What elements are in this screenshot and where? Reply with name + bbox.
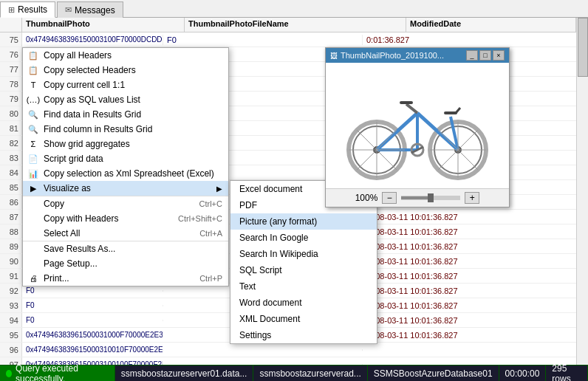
- menu-item[interactable]: TCopy current cell 1:1: [23, 78, 228, 92]
- scrollbar-thumb[interactable]: [578, 18, 588, 77]
- status-server2-text: ssmsboostazurserverad...: [259, 368, 360, 379]
- col-header-filename: ThumbnailPhotoFileName: [185, 18, 406, 32]
- table-row[interactable]: 96 0x4749463839615000310010F70000E2E3E4E…: [0, 343, 588, 357]
- menu-item-label: Copy as SQL values List: [44, 95, 140, 105]
- status-database: SSMSBoostAzureDatabase01: [368, 365, 499, 381]
- svg-line-21: [357, 130, 377, 150]
- scrollbar[interactable]: [576, 18, 588, 365]
- status-message: Query executed successfully.: [0, 365, 115, 381]
- submenu-item[interactable]: XML Document: [230, 311, 377, 327]
- menu-shortcut: Ctrl+A: [199, 229, 222, 238]
- cell-thumb: 0x474946383961500031000F70000E2E3E4EE62C…: [22, 330, 163, 340]
- row-number: 82: [0, 136, 22, 150]
- menu-item[interactable]: Save Results As...: [23, 241, 228, 256]
- row-number: 76: [0, 47, 22, 61]
- status-server1: ssmsboostazureserver01.data...: [115, 365, 254, 381]
- menu-item[interactable]: 🖨Print...Ctrl+P: [23, 271, 228, 286]
- row-number: 97: [0, 357, 22, 365]
- status-bar: Query executed successfully. ssmsboostaz…: [0, 365, 588, 381]
- tab-messages[interactable]: ✉ Messages: [57, 1, 123, 18]
- menu-item[interactable]: 📊Copy selection as Xml Spreadsheet (Exce…: [23, 166, 228, 181]
- menu-item[interactable]: Page Setup...: [23, 256, 228, 271]
- popup-minimize-btn[interactable]: _: [466, 50, 478, 61]
- menu-item-label: Print...: [44, 273, 69, 284]
- menu-item-label: Copy selection as Xml Spreadsheet (Excel…: [44, 168, 214, 179]
- menu-item[interactable]: 🔍Find data in Results Grid: [23, 107, 228, 122]
- menu-icon: (…): [27, 93, 40, 106]
- results-icon: ⊞: [8, 5, 15, 15]
- zoom-out-btn[interactable]: −: [382, 192, 397, 204]
- messages-icon: ✉: [65, 5, 72, 15]
- submenu-item[interactable]: Search In Wikipedia: [230, 246, 377, 262]
- menu-item-label: Find column in Results Grid: [44, 124, 152, 134]
- status-server2: ssmsboostazurserverad...: [253, 365, 367, 381]
- menu-shortcut: Ctrl+P: [199, 274, 222, 283]
- tab-messages-label: Messages: [75, 5, 115, 16]
- cell-thumb: F0: [22, 315, 163, 325]
- svg-line-24: [377, 130, 397, 150]
- popup-restore-btn[interactable]: □: [479, 50, 491, 61]
- table-row[interactable]: 97 0x47494638396150003100100F70000F2F3A4…: [0, 357, 588, 365]
- menu-item-label: Copy all Headers: [44, 50, 112, 61]
- col-header-thumb: ThumbnailPhoto: [22, 18, 185, 32]
- row-number: 75: [0, 32, 22, 47]
- menu-item[interactable]: CopyCtrl+C: [23, 196, 228, 211]
- row-number: 84: [0, 165, 22, 179]
- cell-date: 0:01:36.827: [362, 35, 588, 45]
- menu-item-label: Show grid aggregates: [44, 139, 130, 149]
- zoom-in-btn[interactable]: +: [465, 192, 479, 204]
- menu-shortcut: Ctrl+C: [199, 199, 222, 208]
- menu-item[interactable]: 📄Script grid data: [23, 151, 228, 166]
- submenu-item[interactable]: Word document: [230, 295, 377, 311]
- menu-icon: 🖨: [27, 272, 40, 285]
- row-number: 81: [0, 121, 22, 135]
- popup-img-area: [326, 63, 509, 188]
- menu-item[interactable]: 🔍Find column in Results Grid: [23, 122, 228, 137]
- submenu-item[interactable]: Text: [230, 278, 377, 295]
- menu-item-label: Visualize as: [44, 183, 91, 193]
- submenu-item[interactable]: Picture (any format): [230, 213, 377, 230]
- menu-item-label: Copy: [44, 199, 64, 209]
- menu-item[interactable]: Select AllCtrl+A: [23, 226, 228, 241]
- submenu-item[interactable]: SQL Script: [230, 262, 377, 278]
- cell-date: 2008-03-11 10:01:36.827: [362, 256, 588, 267]
- menu-item-label: Page Setup...: [44, 258, 98, 269]
- row-number: 94: [0, 313, 22, 327]
- row-number: 92: [0, 284, 22, 298]
- menu-item[interactable]: ΣShow grid aggregates: [23, 137, 228, 151]
- row-number: 88: [0, 224, 22, 238]
- cell-filename: [163, 364, 362, 365]
- menu-item-label: Find data in Results Grid: [44, 109, 141, 120]
- menu-item[interactable]: 📋Copy all Headers: [23, 48, 228, 63]
- menu-item[interactable]: ▶Visualize as▶Excel documentPDFPicture (…: [23, 181, 228, 196]
- table-row[interactable]: 75 0x47494638396150003100F70000DCDDE1B9C…: [0, 32, 588, 47]
- status-time-text: 00:00:00: [505, 368, 540, 379]
- row-number: 83: [0, 151, 22, 165]
- menu-item[interactable]: (…)Copy as SQL values List: [23, 92, 228, 107]
- popup-close-btn[interactable]: ×: [493, 50, 505, 61]
- menu-item[interactable]: 📋Copy selected Headers: [23, 63, 228, 78]
- popup-titlebar: 🖼 ThumbNailPhoto_2019100... _ □ ×: [326, 48, 509, 63]
- cell-thumb: 0x4749463839615000310010F70000E2E3E4EEE6…: [22, 345, 163, 354]
- zoom-slider[interactable]: [401, 196, 460, 200]
- status-text: Query executed successfully.: [16, 363, 109, 382]
- row-number: 89: [0, 239, 22, 253]
- context-menu: 📋Copy all Headers📋Copy selected HeadersT…: [22, 47, 229, 286]
- tab-results[interactable]: ⊞ Results: [0, 1, 55, 18]
- popup-title: ThumbNailPhoto_2019100...: [341, 51, 465, 60]
- submenu-item[interactable]: Search In Google: [230, 230, 377, 246]
- svg-line-31: [438, 150, 458, 170]
- svg-line-10: [406, 104, 417, 113]
- grid-header: ThumbnailPhoto ThumbnailPhotoFileName Mo…: [0, 18, 588, 32]
- submenu-item[interactable]: Settings: [230, 327, 377, 343]
- row-number: 91: [0, 269, 22, 283]
- menu-item[interactable]: Copy with HeadersCtrl+Shift+C: [23, 211, 228, 226]
- cell-date: 2008-03-11 10:01:36.827: [362, 315, 588, 326]
- menu-item-label: Copy with Headers: [44, 213, 118, 224]
- cell-date: 2008-03-11 10:01:36.827: [362, 271, 588, 281]
- row-number: 86: [0, 195, 22, 209]
- cell-date: 2008-03-11 10:01:36.827: [362, 286, 588, 296]
- row-number: 95: [0, 328, 22, 342]
- menu-item-label: Copy selected Headers: [44, 65, 136, 75]
- cell-thumb: F0: [22, 286, 163, 295]
